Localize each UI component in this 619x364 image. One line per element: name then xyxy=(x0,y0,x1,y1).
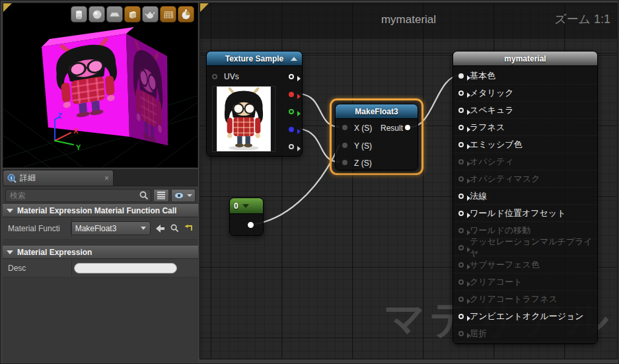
pin-constant-output[interactable] xyxy=(248,222,254,228)
node-texture-sample[interactable]: Texture Sample UVs xyxy=(206,51,303,157)
section1-title: Material Expression Material Function Ca… xyxy=(17,206,176,215)
details-search-row xyxy=(3,186,198,204)
pin-z-input[interactable] xyxy=(342,160,347,165)
material-pin-metallic[interactable]: メタリック xyxy=(453,85,597,102)
pin-circle-icon xyxy=(458,331,464,336)
pin-circle-icon[interactable] xyxy=(458,314,464,319)
desc-label: Desc xyxy=(8,264,69,273)
material-function-label: Material Functi xyxy=(8,224,65,233)
material-pin-label: 基本色 xyxy=(470,70,495,82)
pin-uvs-input[interactable] xyxy=(212,74,217,79)
realtime-icon xyxy=(181,9,191,20)
material-pin-roughness[interactable]: ラフネス xyxy=(453,119,597,136)
preview-shape-realtime-button[interactable] xyxy=(178,6,194,22)
material-pin-tessellation-multiplier: テッセレーションマルチプライヤ xyxy=(453,239,597,256)
cube-right-face xyxy=(126,34,168,149)
node-constant[interactable]: 0 xyxy=(229,198,264,236)
preview-shape-grid-button[interactable] xyxy=(160,6,176,22)
pin-a-output[interactable] xyxy=(289,144,294,149)
preview-shape-cylinder-button[interactable] xyxy=(71,6,87,22)
tab-details-label: 詳細 xyxy=(20,172,36,184)
section-material-expression[interactable]: Material Expression xyxy=(3,246,198,259)
wire-const-to-y[interactable] xyxy=(251,145,340,225)
pin-r-output[interactable] xyxy=(289,92,294,97)
pin-circle-icon[interactable] xyxy=(458,125,464,130)
list-view-button[interactable] xyxy=(153,189,169,202)
search-input[interactable] xyxy=(5,189,151,202)
preview-shape-plane-button[interactable] xyxy=(106,6,123,22)
material-pin-normal[interactable]: 法線 xyxy=(453,188,597,205)
pin-circle-icon[interactable] xyxy=(458,91,464,96)
close-icon[interactable]: × xyxy=(104,174,109,182)
pin-g-output[interactable] xyxy=(289,109,294,114)
material-editor-window: Z X Y i 詳細 × xyxy=(0,0,619,364)
material-node-pins: 基本色メタリックスペキュララフネスエミッシブ色オパシティオパシティマスク法線ワー… xyxy=(453,67,597,342)
material-function-value: MakeFloat3 xyxy=(75,224,117,233)
pin-circle-icon[interactable] xyxy=(458,194,464,199)
tab-details[interactable]: i 詳細 × xyxy=(3,170,114,186)
details-panel: i 詳細 × xyxy=(3,169,198,363)
pin-circle-icon xyxy=(458,245,464,250)
column-divider xyxy=(71,260,72,275)
section-material-function-call[interactable]: Material Expression Material Function Ca… xyxy=(3,204,198,217)
preview-cube-render[interactable]: Z X Y xyxy=(3,3,198,167)
pin-rgba-output[interactable] xyxy=(289,74,294,79)
pin-b-output[interactable] xyxy=(289,127,294,132)
pin-circle-icon[interactable] xyxy=(458,142,464,147)
constant-value: 0 xyxy=(234,201,238,211)
node-title: MakeFloat3 xyxy=(355,107,398,116)
material-function-dropdown[interactable]: MakeFloat3 xyxy=(71,221,151,235)
desc-input[interactable] xyxy=(74,263,177,273)
preview-shape-sphere-button[interactable] xyxy=(89,6,105,22)
material-graph-panel[interactable]: mymaterial ズーム 1:1 マテリアル Texture Sample … xyxy=(200,3,618,359)
chevron-down-icon[interactable] xyxy=(242,204,249,208)
pin-circle-icon xyxy=(458,297,464,302)
reset-to-default-button[interactable] xyxy=(184,225,193,233)
material-pin-label: テッセレーションマルチプライヤ xyxy=(470,236,597,260)
pin-circle-icon[interactable] xyxy=(458,108,464,113)
node-mymaterial[interactable]: mymaterial 基本色メタリックスペキュララフネスエミッシブ色オパシティオ… xyxy=(453,51,598,344)
material-pin-specular[interactable]: スペキュラ xyxy=(453,102,597,119)
texture-preview-image[interactable] xyxy=(212,86,275,152)
material-pin-base-color[interactable]: 基本色 xyxy=(453,67,597,85)
pin-circle-icon xyxy=(458,262,464,268)
material-pin-label: メタリック xyxy=(470,87,514,99)
preview-shape-cube-button[interactable] xyxy=(124,6,141,22)
pin-x-input[interactable] xyxy=(342,125,347,130)
column-divider xyxy=(71,219,72,238)
use-selected-button[interactable] xyxy=(156,225,165,233)
preview-shape-teapot-button[interactable] xyxy=(142,6,159,22)
preview-viewport[interactable]: Z X Y xyxy=(3,3,198,168)
material-pin-label: スペキュラ xyxy=(470,104,514,116)
material-function-row: Material Functi MakeFloat3 xyxy=(3,217,198,240)
material-pin-label: ワールド位置オフセット xyxy=(470,207,565,219)
uvs-pin-label: UVs xyxy=(224,72,239,81)
material-pin-label: サブサーフェス色 xyxy=(470,259,540,271)
details-info-icon: i xyxy=(7,174,17,183)
tab-corner-marker xyxy=(200,3,209,12)
collapse-node-icon[interactable] xyxy=(291,57,297,61)
material-pin-label: クリアコート xyxy=(470,276,523,288)
view-options-button[interactable] xyxy=(171,189,196,202)
material-pin-label: アンビエントオクルージョン xyxy=(470,310,584,322)
axis-y-label: Y xyxy=(76,143,81,151)
material-pin-label: オパシティマスク xyxy=(470,173,540,185)
material-pin-world-position-offset[interactable]: ワールド位置オフセット xyxy=(453,205,597,222)
pin-circle-icon[interactable] xyxy=(458,73,464,79)
node-makefloat3[interactable]: MakeFloat3 X (S)Y (S)Z (S) Result xyxy=(335,104,418,170)
cylinder-icon xyxy=(74,9,84,20)
pin-result-output[interactable] xyxy=(405,125,410,130)
material-pin-label: ラフネス xyxy=(470,122,505,133)
material-pin-emissive-color[interactable]: エミッシブ色 xyxy=(453,136,597,153)
pin-y-input[interactable] xyxy=(342,143,347,148)
teapot-icon xyxy=(145,10,156,19)
chevron-down-icon xyxy=(141,227,146,230)
material-pin-label: クリアコートラフネス xyxy=(470,293,558,305)
material-pin-ambient-occlusion[interactable]: アンビエントオクルージョン xyxy=(453,308,597,325)
material-pin-opacity: オパシティ xyxy=(453,153,597,170)
input-pin-label: Z (S) xyxy=(354,159,372,168)
material-pin-label: 屈折 xyxy=(470,328,487,340)
pin-circle-icon[interactable] xyxy=(458,211,464,216)
list-view-icon xyxy=(157,191,166,200)
browse-button[interactable] xyxy=(170,224,179,233)
